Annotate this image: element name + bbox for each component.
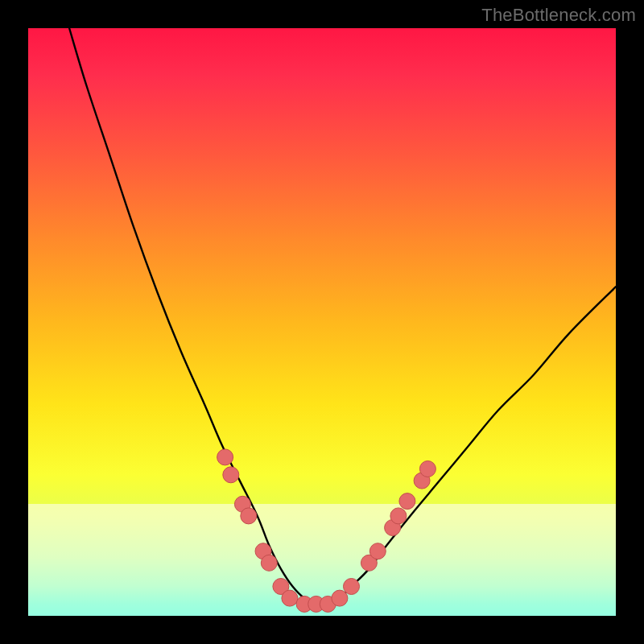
- data-marker: [419, 461, 436, 477]
- data-marker: [399, 493, 415, 510]
- chart-frame: TheBottleneck.com: [0, 0, 644, 644]
- data-marker: [390, 508, 407, 524]
- plot-area: [28, 28, 616, 616]
- data-marker: [261, 555, 277, 571]
- data-marker: [223, 467, 239, 483]
- data-marker: [369, 543, 386, 559]
- chart-svg: [28, 28, 616, 616]
- data-marker: [241, 508, 257, 524]
- marker-group: [217, 449, 436, 613]
- data-marker: [217, 449, 233, 465]
- bottleneck-curve: [69, 28, 616, 605]
- data-marker: [344, 579, 360, 595]
- data-marker: [282, 590, 298, 606]
- data-marker: [332, 590, 348, 606]
- watermark-text: TheBottleneck.com: [481, 5, 636, 26]
